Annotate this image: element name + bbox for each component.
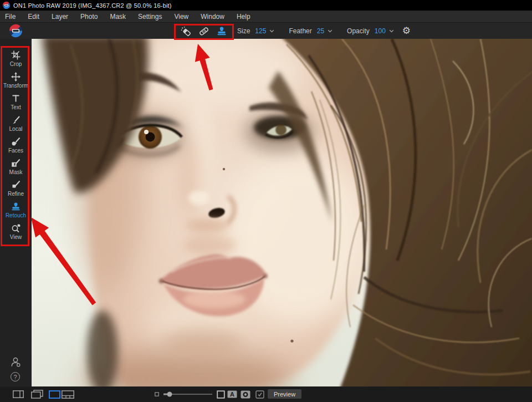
help-glyph: ? <box>13 374 17 380</box>
soft-proof-check-icon[interactable] <box>255 386 264 402</box>
transform-icon <box>11 72 21 82</box>
sidebar-tool-crop[interactable]: Crop <box>0 48 32 69</box>
text-icon <box>12 93 20 104</box>
menu-settings[interactable]: Settings <box>132 13 168 21</box>
opacity-label: Opacity <box>347 27 370 35</box>
browse-panel-icon[interactable] <box>13 386 24 402</box>
menu-window[interactable]: Window <box>195 13 231 21</box>
window-title: ON1 Photo RAW 2019 (IMG_4367.CR2 @ 50.0%… <box>13 2 172 9</box>
opacity-value[interactable]: 100 <box>375 27 386 35</box>
retouch-stamp-icon <box>11 201 21 212</box>
view-label: View <box>10 234 22 240</box>
tool-sidebar: Crop Transform Text <box>0 39 32 386</box>
size-label: Size <box>237 27 250 35</box>
sidebar-tool-refine[interactable]: Refine <box>0 177 32 199</box>
menu-layer[interactable]: Layer <box>45 13 74 21</box>
perfect-eraser-tool-button[interactable] <box>180 25 193 37</box>
compare-a-glyph: A <box>230 391 234 398</box>
show-original-icon[interactable]: A <box>227 386 237 402</box>
clone-stamp-tool-button[interactable] <box>215 25 228 37</box>
menu-file[interactable]: File <box>0 13 22 21</box>
tool-option-controls: Size 125 Feather 25 Opacity 100 ⚙ <box>237 23 411 39</box>
compare-square-icon[interactable] <box>217 386 225 402</box>
crop-icon <box>11 50 21 60</box>
detail-view-icon[interactable] <box>49 386 60 402</box>
account-person-icon[interactable] <box>10 357 21 368</box>
menu-view[interactable]: View <box>168 13 195 21</box>
mask-view-icon[interactable] <box>241 386 250 402</box>
faces-icon <box>11 136 21 147</box>
opacity-dropdown-chevron-icon[interactable] <box>389 29 394 33</box>
size-value[interactable]: 125 <box>255 27 266 35</box>
clone-stamp-icon <box>217 26 227 36</box>
preview-button[interactable]: Preview <box>268 389 301 399</box>
help-icon[interactable]: ? <box>11 372 20 381</box>
refine-brush-icon <box>11 180 21 190</box>
sidebar-tool-local[interactable]: Local <box>0 113 32 134</box>
view-zoom-icon <box>11 223 21 233</box>
bottom-bar: A Preview <box>0 386 532 402</box>
menu-help[interactable]: Help <box>231 13 257 21</box>
menu-photo[interactable]: Photo <box>74 13 104 21</box>
main-area: Crop Transform Text <box>0 39 532 386</box>
sidebar-tool-transform[interactable]: Transform <box>0 69 32 91</box>
healing-brush-icon <box>198 26 209 37</box>
retouch-tool-group <box>174 23 234 39</box>
faces-label: Faces <box>8 147 23 154</box>
retouch-label: Retouch <box>6 212 26 218</box>
menu-edit[interactable]: Edit <box>22 13 45 21</box>
local-brush-icon <box>11 115 21 125</box>
mask-brush-icon <box>11 158 21 169</box>
feather-label: Feather <box>289 27 311 35</box>
sidebar-tool-text[interactable]: Text <box>0 91 32 113</box>
feather-dropdown-chevron-icon[interactable] <box>328 29 332 33</box>
local-label: Local <box>9 126 23 132</box>
title-bar: ON1 Photo RAW 2019 (IMG_4367.CR2 @ 50.0%… <box>0 0 532 11</box>
text-label: Text <box>11 104 21 110</box>
portrait-photo <box>32 39 532 386</box>
refine-label: Refine <box>8 191 24 197</box>
photo-canvas[interactable] <box>32 39 532 386</box>
tool-list: Crop Transform Text <box>0 48 32 242</box>
app-icon <box>3 2 10 9</box>
healing-brush-tool-button[interactable] <box>197 25 211 37</box>
sidebar-tool-mask[interactable]: Mask <box>0 156 32 177</box>
perfect-eraser-icon <box>181 26 192 37</box>
transform-label: Transform <box>3 83 28 89</box>
sidebar-tool-faces[interactable]: Faces <box>0 134 32 156</box>
app-window: ON1 Photo RAW 2019 (IMG_4367.CR2 @ 50.0%… <box>0 0 532 402</box>
on1-logo-icon <box>9 24 23 38</box>
tool-settings-gear-icon[interactable]: ⚙ <box>402 26 411 35</box>
menu-bar: File Edit Layer Photo Mask Settings View… <box>0 11 532 23</box>
size-dropdown-chevron-icon[interactable] <box>269 29 274 33</box>
crop-label: Crop <box>10 61 22 67</box>
dual-mode-icon[interactable] <box>31 386 43 402</box>
zoom-out-square-icon[interactable] <box>155 386 159 402</box>
sidebar-tool-retouch[interactable]: Retouch <box>0 199 32 221</box>
menu-mask[interactable]: Mask <box>104 13 132 21</box>
mask-label: Mask <box>9 169 23 175</box>
zoom-slider[interactable] <box>162 386 213 402</box>
filmstrip-view-icon[interactable] <box>62 386 74 402</box>
tool-options-bar: Size 125 Feather 25 Opacity 100 ⚙ <box>0 23 532 39</box>
sidebar-tool-view[interactable]: View <box>0 221 32 242</box>
preview-button-label: Preview <box>274 391 295 398</box>
feather-value[interactable]: 25 <box>317 27 324 35</box>
